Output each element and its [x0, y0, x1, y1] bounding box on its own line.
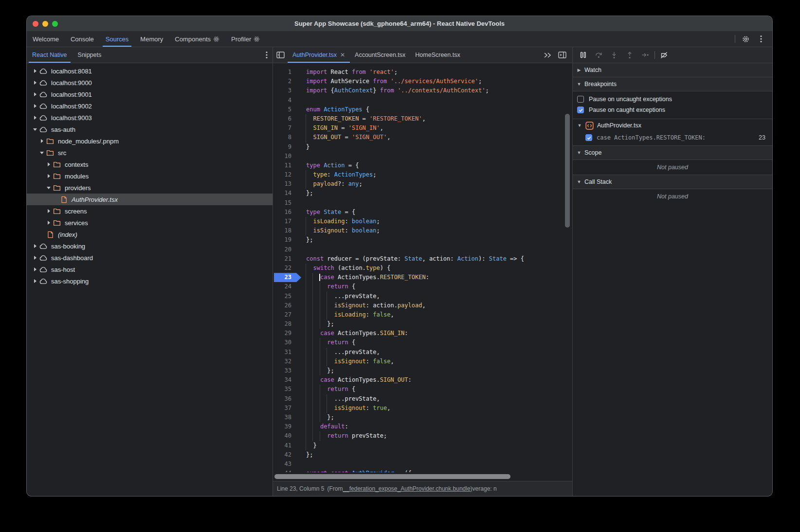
line-number[interactable]: 38	[273, 413, 297, 422]
close-tab-icon[interactable]: ✕	[340, 52, 345, 58]
line-number[interactable]: 23	[273, 273, 297, 282]
line-number[interactable]: 43	[273, 460, 297, 469]
step-over-icon[interactable]	[592, 49, 605, 61]
tree-item-localhost-9002[interactable]: localhost:9002	[27, 100, 273, 112]
expand-arrow-icon[interactable]	[34, 116, 36, 120]
line-number[interactable]: 18	[273, 226, 297, 235]
line-number[interactable]: 36	[273, 394, 297, 404]
line-number[interactable]: 10	[273, 152, 297, 161]
line-number[interactable]: 27	[273, 310, 297, 319]
expand-arrow-icon[interactable]	[34, 92, 36, 96]
watch-section-header[interactable]: ▶ Watch	[573, 63, 772, 77]
pause-uncaught-checkbox[interactable]	[577, 96, 584, 103]
breakpoint-file-arrow-icon[interactable]: ▼	[577, 123, 582, 128]
step-out-icon[interactable]	[623, 49, 636, 61]
pause-caught-checkbox[interactable]	[577, 106, 584, 113]
expand-arrow-icon[interactable]	[41, 139, 43, 143]
expand-arrow-icon[interactable]	[34, 69, 36, 73]
hide-navigator-icon[interactable]	[273, 47, 288, 63]
editor-horizontal-scrollbar[interactable]	[274, 474, 510, 479]
tree-item-sas-host[interactable]: sas-host	[27, 264, 273, 275]
tree-item-contexts[interactable]: contexts	[27, 159, 273, 170]
line-number[interactable]: 24	[273, 282, 297, 291]
pause-caught-row[interactable]: Pause on caught exceptions	[573, 105, 772, 115]
expand-arrow-icon[interactable]	[48, 209, 50, 213]
tree-item-modules[interactable]: modules	[27, 170, 273, 182]
tree-item-sas-shopping[interactable]: sas-shopping	[27, 275, 273, 287]
line-number[interactable]: 41	[273, 441, 297, 450]
line-number[interactable]: 2	[273, 77, 297, 86]
line-number[interactable]: 6	[273, 114, 297, 124]
tree-item-localhost-8081[interactable]: localhost:8081	[27, 65, 273, 77]
line-number[interactable]: 40	[273, 431, 297, 441]
line-number[interactable]: 32	[273, 357, 297, 366]
code-editor[interactable]: 1import React from 'react';2import AuthS…	[273, 63, 572, 472]
line-number[interactable]: 11	[273, 161, 297, 170]
line-number[interactable]: 14	[273, 189, 297, 198]
callstack-collapse-arrow-icon[interactable]: ▼	[577, 179, 582, 184]
breakpoint-item[interactable]: case ActionTypes.RESTORE_TOKEN: 23	[573, 132, 772, 143]
line-number[interactable]: 17	[273, 217, 297, 226]
collapse-arrow-icon[interactable]	[47, 187, 51, 189]
line-number[interactable]: 22	[273, 264, 297, 273]
line-number[interactable]: 44	[273, 469, 297, 472]
line-number[interactable]: 20	[273, 245, 297, 254]
tree-item-screens[interactable]: screens	[27, 205, 273, 217]
breakpoints-section-header[interactable]: ▼ Breakpoints	[573, 77, 772, 91]
tree-item-sas-dashboard[interactable]: sas-dashboard	[27, 252, 273, 264]
line-number[interactable]: 33	[273, 366, 297, 375]
tree-item-sas-booking[interactable]: sas-booking	[27, 240, 273, 252]
breakpoint-file-row[interactable]: ▼ AuthProvider.tsx	[573, 119, 772, 132]
line-number[interactable]: 7	[273, 124, 297, 133]
step-into-icon[interactable]	[608, 49, 620, 61]
line-number[interactable]: 19	[273, 235, 297, 245]
expand-arrow-icon[interactable]	[34, 104, 36, 108]
tab-console[interactable]: Console	[65, 31, 100, 47]
show-debugger-panel-icon[interactable]	[555, 47, 569, 63]
line-number[interactable]: 34	[273, 375, 297, 385]
tree-item-localhost-9003[interactable]: localhost:9003	[27, 112, 273, 124]
tree-item-sas-auth[interactable]: sas-auth	[27, 124, 273, 135]
navigator-kebab-menu-icon[interactable]	[266, 47, 273, 63]
expand-arrow-icon[interactable]	[34, 256, 36, 260]
expand-arrow-icon[interactable]	[34, 244, 36, 248]
line-number[interactable]: 35	[273, 385, 297, 394]
breakpoints-collapse-arrow-icon[interactable]: ▼	[577, 82, 582, 87]
expand-arrow-icon[interactable]	[34, 81, 36, 85]
expand-arrow-icon[interactable]	[48, 221, 50, 225]
scope-collapse-arrow-icon[interactable]: ▼	[577, 150, 582, 155]
tab-memory[interactable]: Memory	[134, 31, 169, 47]
line-number[interactable]: 29	[273, 329, 297, 338]
tab-components[interactable]: Components	[169, 31, 225, 47]
scope-section-header[interactable]: ▼ Scope	[573, 146, 772, 160]
pause-script-icon[interactable]	[577, 49, 589, 61]
line-number[interactable]: 28	[273, 319, 297, 329]
settings-gear-icon[interactable]	[740, 34, 751, 44]
collapse-arrow-icon[interactable]	[33, 128, 37, 131]
more-tabs-chevron-icon[interactable]	[540, 47, 555, 63]
line-number[interactable]: 37	[273, 404, 297, 413]
editor-vertical-scrollbar[interactable]	[565, 114, 570, 228]
line-number[interactable]: 26	[273, 301, 297, 310]
editor-tab-authprovider.tsx[interactable]: AuthProvider.tsx✕	[288, 47, 350, 63]
line-number[interactable]: 39	[273, 422, 297, 431]
tree-item-localhost-9000[interactable]: localhost:9000	[27, 77, 273, 89]
callstack-section-header[interactable]: ▼ Call Stack	[573, 175, 772, 189]
line-number[interactable]: 4	[273, 96, 297, 105]
breakpoint-checkbox[interactable]	[585, 134, 592, 141]
watch-collapse-arrow-icon[interactable]: ▶	[577, 68, 582, 72]
line-number[interactable]: 9	[273, 142, 297, 152]
line-number[interactable]: 8	[273, 133, 297, 142]
tab-welcome[interactable]: Welcome	[27, 31, 65, 47]
deactivate-breakpoints-icon[interactable]	[658, 49, 671, 61]
expand-arrow-icon[interactable]	[34, 267, 36, 271]
line-number[interactable]: 16	[273, 208, 297, 217]
navigator-tab-snippets[interactable]: Snippets	[73, 47, 107, 63]
tree-item--index-[interactable]: (index)	[27, 229, 273, 240]
line-number[interactable]: 15	[273, 198, 297, 208]
line-number[interactable]: 3	[273, 86, 297, 95]
navigator-tab-react-native[interactable]: React Native	[27, 47, 73, 63]
active-line-breakpoint-tag[interactable]: 23	[274, 273, 301, 282]
collapse-arrow-icon[interactable]	[40, 152, 44, 154]
tree-item-localhost-9001[interactable]: localhost:9001	[27, 89, 273, 100]
